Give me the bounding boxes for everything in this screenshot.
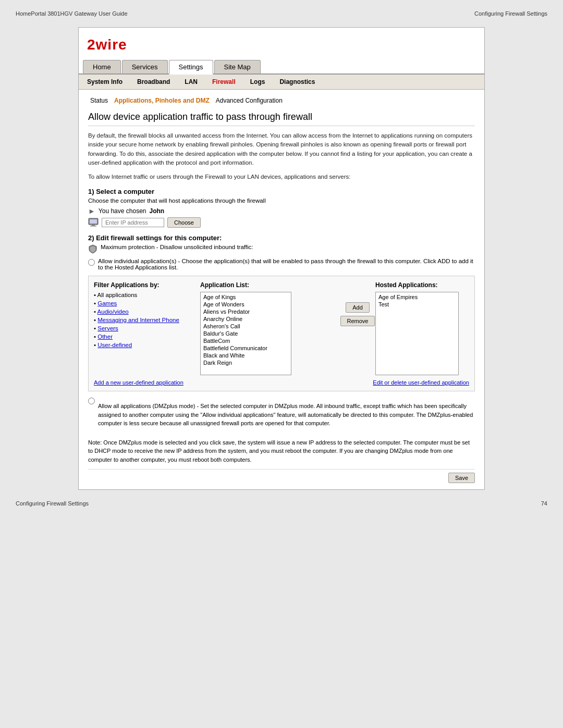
filter-all: • All applications [94, 292, 198, 298]
chosen-label: You have chosen [99, 207, 146, 215]
add-userdefined-link[interactable]: Add a new user-defined application [94, 379, 183, 386]
filter-userdefined-link[interactable]: User-defined [97, 342, 132, 348]
list-item[interactable]: Age of Empires [377, 293, 457, 301]
subnav-lan[interactable]: LAN [182, 77, 200, 87]
header-left: HomePortal 3801HGV Gateway User Guide [16, 10, 128, 17]
nav-tab-services[interactable]: Services [122, 60, 168, 73]
link-row: Add a new user-defined application Edit … [94, 379, 469, 386]
svg-rect-2 [90, 219, 97, 224]
list-item[interactable]: Age of Wonders [202, 301, 290, 308]
app-listbox[interactable]: Age of Kings Age of Wonders Aliens vs Pr… [200, 292, 291, 375]
list-item[interactable]: Battlefield Communicator [202, 344, 290, 352]
add-button[interactable]: Add [346, 302, 370, 313]
filter-all-label: All applications [97, 292, 138, 298]
filter-userdefined[interactable]: • User-defined [94, 342, 198, 348]
filter-area: Filter Applications by: • All applicatio… [88, 276, 475, 391]
edit-userdefined-link[interactable]: Edit or delete user-defined application [373, 379, 469, 386]
dmzplus-label: Allow all applications (DMZplus mode) - … [98, 402, 475, 428]
save-row: Save [88, 469, 475, 483]
filter-list: • All applications • Games • Audio/video [94, 292, 198, 348]
page-header: HomePortal 3801HGV Gateway User Guide Co… [10, 10, 553, 17]
radio-individual: Allow individual application(s) - Choose… [88, 258, 475, 270]
list-item[interactable]: Age of Kings [202, 293, 290, 301]
computer-icon [88, 218, 99, 227]
header-right: Configuring Firewall Settings [474, 10, 547, 17]
chosen-row: ► You have chosen John [88, 207, 475, 215]
radio1-label: Maximum protection - Disallow unsolicite… [101, 244, 253, 250]
filter-games-link[interactable]: Games [97, 300, 117, 306]
hosted-listbox[interactable]: Age of Empires Test [375, 292, 459, 375]
chosen-name: John [150, 207, 165, 215]
radio-max-protection: Maximum protection - Disallow unsolicite… [88, 244, 475, 254]
subnav-firewall[interactable]: Firewall [210, 77, 238, 87]
filter-header: Filter Applications by: [94, 281, 198, 289]
nav-tab-sitemap[interactable]: Site Map [214, 60, 261, 73]
chosen-arrow-icon: ► [88, 207, 95, 215]
filter-other[interactable]: • Other [94, 334, 198, 340]
svg-text:2wire: 2wire [87, 36, 127, 53]
nav-tab-home[interactable]: Home [83, 60, 121, 73]
list-item[interactable]: BattleCom [202, 337, 290, 344]
filter-col: Filter Applications by: • All applicatio… [94, 281, 198, 350]
sub-nav: System Info Broadband LAN Firewall Logs … [79, 75, 484, 90]
tab-applications[interactable]: Applications, Pinholes and DMZ [112, 96, 212, 105]
nav-tab-settings[interactable]: Settings [169, 60, 213, 75]
filter-games[interactable]: • Games [94, 300, 198, 306]
logo: 2wire [87, 34, 476, 56]
bullet-dot: • [94, 342, 96, 348]
description1: By default, the firewall blocks all unwa… [88, 131, 475, 167]
section-title: Allow device application traffic to pass… [88, 112, 475, 126]
list-item[interactable]: Black and White [202, 352, 290, 359]
subnav-systeminfo[interactable]: System Info [85, 77, 125, 87]
note-text: Note: Once DMZplus mode is selected and … [88, 438, 475, 464]
radio-dmzplus-input[interactable] [88, 398, 95, 404]
bullet-dot: • [94, 292, 96, 298]
filter-audio-link[interactable]: Audio/video [97, 309, 129, 315]
radio-dmzplus: Allow all applications (DMZplus mode) - … [88, 397, 475, 433]
bullet-dot: • [94, 325, 96, 331]
hosted-col: Hosted Applications: Age of Empires Test [375, 281, 469, 375]
list-item[interactable]: Test [377, 301, 457, 308]
nav-tabs: Home Services Settings Site Map [79, 60, 484, 75]
hosted-header: Hosted Applications: [375, 281, 469, 289]
save-button[interactable]: Save [448, 473, 475, 483]
filter-audio[interactable]: • Audio/video [94, 309, 198, 315]
app-list-header: Application List: [200, 281, 340, 289]
shield-icon [88, 244, 97, 254]
ip-input[interactable] [102, 218, 164, 227]
bullet-dot: • [94, 309, 96, 315]
page-footer: Configuring Firewall Settings 74 [10, 500, 553, 507]
filter-messaging[interactable]: • Messaging and Internet Phone [94, 317, 198, 323]
list-item[interactable]: Dark Reign [202, 359, 290, 366]
firewall-tabs: Status Applications, Pinholes and DMZ Ad… [88, 96, 475, 105]
subnav-logs[interactable]: Logs [248, 77, 267, 87]
list-item[interactable]: Anarchy Online [202, 315, 290, 323]
list-item[interactable]: Asheron's Call [202, 323, 290, 330]
bullet-dot: • [94, 334, 96, 340]
logo-bar: 2wire [79, 28, 484, 60]
svg-rect-3 [92, 225, 95, 226]
filter-grid: Filter Applications by: • All applicatio… [94, 281, 469, 375]
remove-button[interactable]: Remove [340, 316, 375, 326]
filter-servers[interactable]: • Servers [94, 325, 198, 331]
list-item[interactable]: Aliens vs Predator [202, 308, 290, 315]
filter-other-link[interactable]: Other [97, 334, 113, 340]
svg-rect-4 [90, 226, 96, 227]
bullet-dot: • [94, 300, 96, 306]
choose-button[interactable]: Choose [167, 217, 201, 228]
step1-sub: Choose the computer that will host appli… [88, 198, 475, 204]
step2-header: 2) Edit firewall settings for this compu… [88, 234, 475, 242]
subnav-broadband[interactable]: Broadband [135, 77, 172, 87]
tab-status[interactable]: Status [88, 96, 110, 105]
filter-messaging-link[interactable]: Messaging and Internet Phone [97, 317, 179, 323]
step1-header: 1) Select a computer [88, 188, 475, 195]
filter-servers-link[interactable]: Servers [97, 325, 118, 331]
content-area: Status Applications, Pinholes and DMZ Ad… [79, 90, 484, 489]
tab-advanced[interactable]: Advanced Configuration [214, 96, 285, 105]
footer-right: 74 [541, 500, 547, 507]
app-list-col: Application List: Age of Kings Age of Wo… [200, 281, 340, 375]
add-remove-col: Add Remove [342, 281, 373, 326]
list-item[interactable]: Baldur's Gate [202, 330, 290, 337]
subnav-diagnostics[interactable]: Diagnostics [277, 77, 317, 87]
radio-individual-input[interactable] [88, 259, 95, 266]
